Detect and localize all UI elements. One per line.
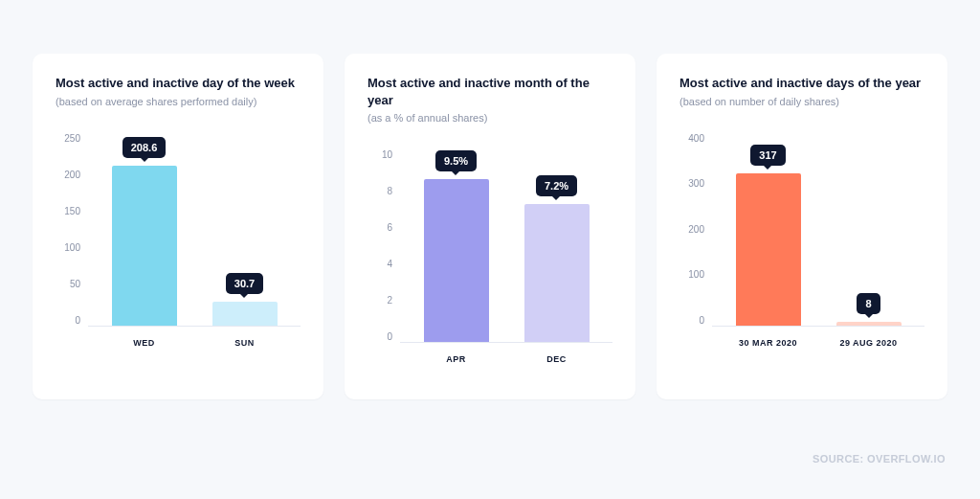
- chart-body: 10 8 6 4 2 0 9.5% 7.2%: [368, 150, 612, 380]
- plot: 208.6 30.7 WED SUN: [88, 134, 301, 364]
- x-label: 29 AUG 2020: [822, 338, 915, 348]
- y-axis: 400 300 200 100 0: [679, 134, 712, 326]
- bar-wed: [112, 166, 177, 326]
- chart-title: Most active and inactive day of the week: [56, 75, 301, 92]
- value-badge: 8: [857, 293, 880, 314]
- chart-subtitle: (as a % of annual shares): [368, 112, 612, 124]
- x-label: SUN: [198, 338, 291, 348]
- x-label: WED: [98, 338, 190, 348]
- y-tick: 200: [688, 225, 704, 235]
- chart-title: Most active and inactive month of the ye…: [368, 75, 612, 108]
- plot-area: 317 8: [712, 134, 924, 326]
- value-badge: 208.6: [122, 137, 167, 158]
- value-badge: 7.2%: [536, 175, 577, 196]
- y-axis: 10 8 6 4 2 0: [368, 150, 400, 342]
- x-label: DEC: [510, 354, 603, 364]
- chart-card-month-of-year: Most active and inactive month of the ye…: [345, 54, 635, 399]
- y-tick: 4: [387, 260, 392, 269]
- x-label: APR: [410, 354, 502, 364]
- chart-body: 250 200 150 100 50 0 208.6 30.7: [56, 134, 301, 364]
- y-tick: 0: [75, 316, 80, 326]
- y-tick: 300: [688, 179, 704, 189]
- bar-slot: 208.6: [98, 134, 190, 326]
- y-tick: 50: [70, 280, 80, 289]
- chart-subtitle: (based on average shares performed daily…: [56, 96, 301, 107]
- value-badge: 30.7: [226, 273, 263, 294]
- y-tick: 100: [64, 243, 80, 253]
- y-tick: 250: [64, 134, 80, 144]
- charts-row: Most active and inactive day of the week…: [0, 0, 980, 399]
- bar-apr: [424, 179, 489, 342]
- y-tick: 6: [387, 223, 392, 233]
- x-axis: APR DEC: [400, 343, 612, 364]
- y-tick: 150: [64, 207, 80, 216]
- plot: 317 8 30 MAR 2020 29 AUG 2020: [712, 134, 924, 364]
- x-label: 30 MAR 2020: [722, 338, 814, 348]
- y-tick: 2: [387, 296, 392, 306]
- chart-card-day-of-week: Most active and inactive day of the week…: [33, 54, 323, 399]
- y-tick: 100: [688, 270, 704, 280]
- bar-dec: [524, 204, 590, 342]
- y-tick: 10: [382, 150, 392, 160]
- chart-body: 400 300 200 100 0 317 8: [679, 134, 924, 364]
- bar-slot: 9.5%: [410, 150, 502, 342]
- chart-title: Most active and inactive days of the yea…: [679, 75, 924, 92]
- y-tick: 8: [387, 187, 392, 196]
- value-badge: 9.5%: [435, 150, 477, 171]
- value-badge: 317: [750, 145, 785, 166]
- bar-30-mar: [736, 173, 801, 326]
- y-axis: 250 200 150 100 50 0: [56, 134, 88, 326]
- chart-subtitle: (based on number of daily shares): [679, 96, 924, 107]
- bar-29-aug: [836, 322, 902, 326]
- plot-area: 9.5% 7.2%: [400, 150, 612, 342]
- x-axis: 30 MAR 2020 29 AUG 2020: [712, 327, 924, 348]
- plot-area: 208.6 30.7: [88, 134, 301, 326]
- source-attribution: SOURCE: OVERFLOW.IO: [813, 453, 946, 465]
- y-tick: 400: [688, 134, 704, 144]
- bar-slot: 8: [822, 134, 915, 326]
- plot: 9.5% 7.2% APR DEC: [400, 150, 612, 380]
- bar-slot: 7.2%: [510, 150, 603, 342]
- y-tick: 0: [387, 332, 392, 342]
- bar-sun: [212, 302, 278, 326]
- chart-card-days-of-year: Most active and inactive days of the yea…: [657, 54, 947, 399]
- bar-slot: 30.7: [198, 134, 291, 326]
- y-tick: 0: [699, 316, 704, 326]
- y-tick: 200: [64, 170, 80, 180]
- x-axis: WED SUN: [88, 327, 301, 348]
- bar-slot: 317: [722, 134, 814, 326]
